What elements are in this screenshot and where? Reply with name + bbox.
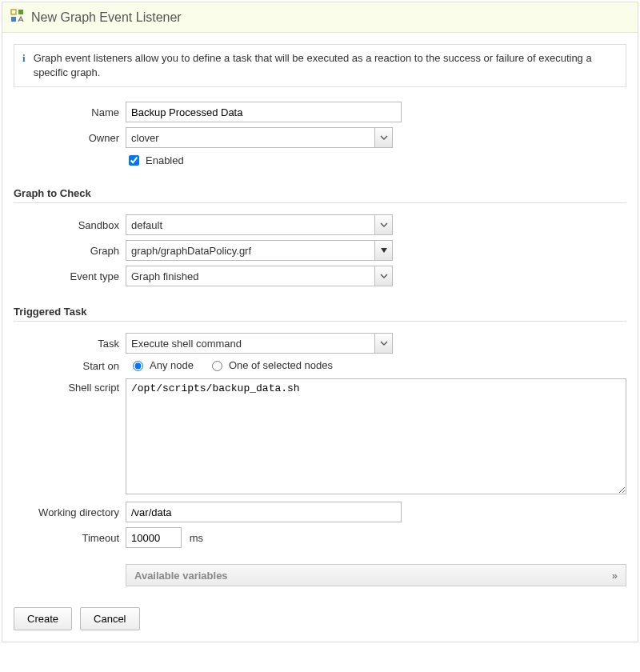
sandbox-select[interactable]: default	[126, 214, 393, 235]
task-label: Task	[14, 338, 126, 350]
create-button[interactable]: Create	[14, 607, 72, 630]
shell-script-textarea[interactable]	[126, 378, 626, 494]
timeout-input[interactable]	[126, 527, 182, 548]
start-on-any-radio[interactable]	[133, 361, 143, 371]
sandbox-value: default	[126, 215, 374, 234]
event-type-dropdown-button[interactable]	[374, 266, 392, 286]
form-footer: Create Cancel	[14, 591, 626, 630]
chevron-down-icon	[380, 134, 388, 142]
chevron-down-icon	[380, 272, 388, 280]
task-dropdown-button[interactable]	[374, 334, 392, 353]
working-dir-input[interactable]	[126, 502, 402, 522]
chevron-right-icon: »	[612, 570, 618, 582]
event-type-select[interactable]: Graph finished	[126, 266, 393, 286]
start-on-one-radio[interactable]	[212, 361, 222, 371]
section-graph-to-check: Graph to Check	[14, 187, 626, 203]
start-on-any[interactable]: Any node	[129, 358, 194, 371]
chevron-down-icon	[380, 221, 388, 229]
svg-rect-2	[11, 17, 16, 22]
name-input[interactable]	[126, 102, 402, 122]
graph-value: graph/graphDataPolicy.grf	[126, 241, 374, 260]
shell-script-label: Shell script	[14, 378, 126, 394]
task-select[interactable]: Execute shell command	[126, 333, 393, 354]
event-type-label: Event type	[14, 270, 126, 282]
start-on-any-label: Any node	[150, 359, 194, 371]
owner-label: Owner	[14, 132, 126, 144]
owner-value: clover	[126, 128, 374, 147]
section-triggered-task: Triggered Task	[14, 306, 626, 322]
available-variables-label: Available variables	[134, 570, 228, 582]
info-box: i Graph event listeners allow you to def…	[14, 44, 626, 87]
enabled-label: Enabled	[146, 154, 184, 166]
enabled-checkbox-wrap[interactable]: Enabled	[126, 153, 184, 168]
listener-icon	[10, 9, 25, 26]
sandbox-dropdown-button[interactable]	[374, 215, 392, 234]
enabled-checkbox[interactable]	[129, 155, 139, 166]
start-on-one-label: One of selected nodes	[229, 359, 333, 371]
cancel-button[interactable]: Cancel	[80, 607, 139, 630]
chevron-down-icon	[380, 339, 388, 347]
event-type-value: Graph finished	[126, 266, 374, 286]
svg-rect-0	[11, 10, 16, 14]
info-message: Graph event listeners allow you to defin…	[34, 51, 618, 80]
available-variables-toggle[interactable]: Available variables »	[126, 564, 626, 586]
sandbox-label: Sandbox	[14, 219, 126, 231]
start-on-label: Start on	[14, 360, 126, 372]
page-title: New Graph Event Listener	[31, 10, 182, 25]
owner-dropdown-button[interactable]	[374, 128, 392, 147]
caret-down-icon	[381, 247, 387, 254]
start-on-one[interactable]: One of selected nodes	[208, 358, 333, 371]
graph-combo[interactable]: graph/graphDataPolicy.grf	[126, 240, 393, 261]
graph-dropdown-button[interactable]	[374, 241, 392, 260]
working-dir-label: Working directory	[14, 506, 126, 518]
task-value: Execute shell command	[126, 334, 374, 353]
svg-rect-1	[18, 10, 23, 14]
svg-marker-3	[381, 248, 387, 253]
start-on-radio-group: Any node One of selected nodes	[126, 358, 333, 371]
graph-label: Graph	[14, 245, 126, 257]
owner-select[interactable]: clover	[126, 127, 393, 148]
name-label: Name	[14, 106, 126, 118]
timeout-unit: ms	[190, 532, 203, 544]
page-titlebar: New Graph Event Listener	[2, 2, 638, 33]
info-icon: i	[22, 51, 26, 63]
timeout-label: Timeout	[14, 532, 126, 544]
